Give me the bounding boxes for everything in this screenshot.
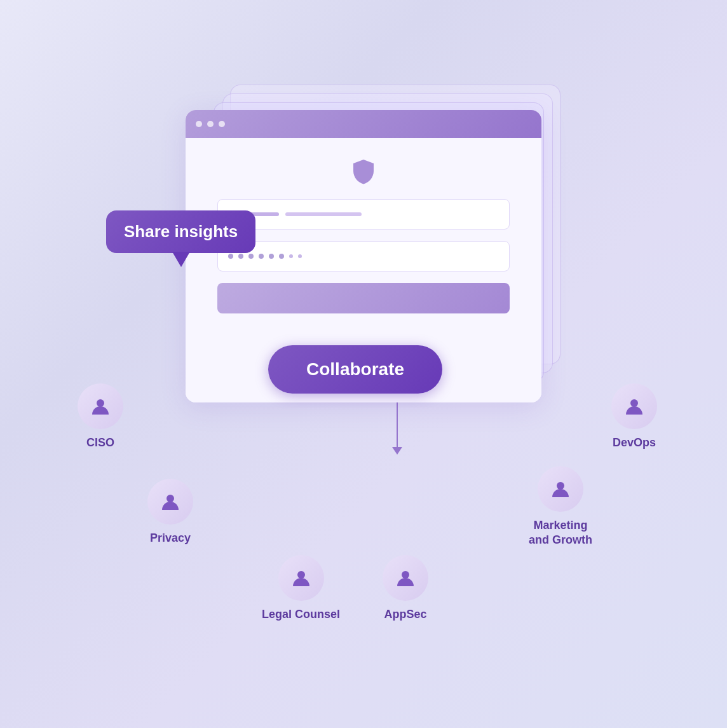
avatar-appsec	[383, 555, 428, 601]
person-devops: DevOps	[611, 383, 657, 450]
collaborate-arrow	[392, 402, 402, 455]
user-icon-privacy	[160, 491, 181, 512]
field-decoration-long	[285, 212, 362, 216]
main-scene: Share insights Collaborate CISO Privacy	[46, 46, 681, 682]
share-insights-label: Share insights	[124, 222, 238, 241]
user-icon-appsec	[395, 567, 416, 589]
marketing-label: Marketingand Growth	[529, 518, 592, 548]
svg-point-4	[297, 571, 305, 579]
svg-point-1	[166, 495, 174, 502]
svg-point-0	[97, 399, 104, 407]
share-insights-tooltip: Share insights	[106, 210, 255, 253]
shield-icon	[350, 157, 377, 185]
person-marketing: Marketingand Growth	[529, 466, 592, 548]
pd-3	[248, 254, 254, 259]
arrow-line	[397, 402, 398, 447]
person-appsec: AppSec	[383, 555, 428, 622]
user-icon-legal	[290, 567, 312, 589]
arrow-head	[392, 447, 402, 455]
pd-7	[289, 254, 293, 258]
legal-label: Legal Counsel	[262, 607, 340, 622]
svg-point-3	[557, 482, 564, 490]
username-field[interactable]	[217, 199, 510, 230]
user-icon-devops	[623, 395, 645, 417]
password-field[interactable]	[217, 241, 510, 271]
pd-4	[259, 254, 264, 259]
avatar-privacy	[147, 479, 193, 525]
ciso-label: CISO	[86, 436, 114, 450]
pd-8	[298, 254, 302, 258]
pd-5	[269, 254, 274, 259]
user-icon-marketing	[550, 478, 571, 500]
pd-2	[238, 254, 243, 259]
avatar-devops	[611, 383, 657, 429]
pd-1	[228, 254, 233, 259]
avatar-legal	[278, 555, 324, 601]
collaborate-label: Collaborate	[306, 359, 404, 379]
user-icon-ciso	[90, 395, 111, 417]
devops-label: DevOps	[613, 436, 656, 450]
collaborate-button[interactable]: Collaborate	[268, 345, 442, 394]
appsec-label: AppSec	[384, 607, 426, 622]
avatar-ciso	[78, 383, 123, 429]
submit-bar[interactable]	[217, 283, 510, 313]
dot-1	[196, 121, 202, 127]
svg-point-5	[402, 571, 409, 579]
person-legal: Legal Counsel	[262, 555, 340, 622]
avatar-marketing	[538, 466, 583, 512]
svg-point-2	[630, 399, 638, 407]
browser-titlebar	[186, 110, 541, 138]
password-dots	[228, 254, 302, 259]
person-ciso: CISO	[78, 383, 123, 450]
dot-3	[219, 121, 225, 127]
privacy-label: Privacy	[150, 531, 191, 546]
pd-6	[279, 254, 284, 259]
dot-2	[207, 121, 214, 127]
person-privacy: Privacy	[147, 479, 193, 546]
